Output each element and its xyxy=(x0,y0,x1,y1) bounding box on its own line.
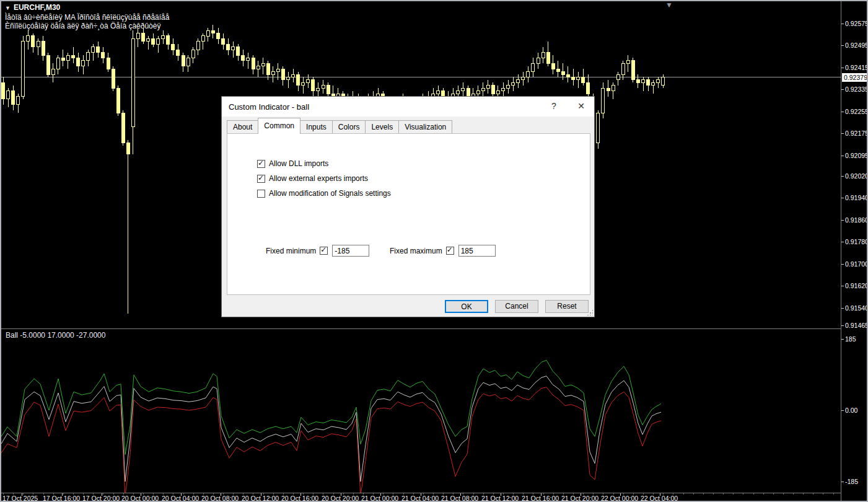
bull-candle xyxy=(7,91,10,99)
price-tick-label: 0.92255 xyxy=(845,108,868,115)
time-minor-tick xyxy=(733,493,734,495)
bull-candle xyxy=(51,69,55,74)
bull-candle xyxy=(486,86,489,88)
close-icon[interactable]: ✕ xyxy=(572,101,590,113)
bull-candle xyxy=(496,91,499,94)
bear-candle xyxy=(561,72,564,74)
bear-candle xyxy=(107,58,110,69)
bull-candle xyxy=(642,80,645,82)
bull-candle xyxy=(541,53,545,58)
checkbox-2[interactable] xyxy=(257,175,265,183)
checkbox-label: Allow DLL imports xyxy=(269,159,328,168)
tab-visualization[interactable]: Visualization xyxy=(398,120,452,134)
bull-candle xyxy=(136,33,139,39)
time-tick-label: 20 Oct 00:00 xyxy=(121,495,159,502)
price-tick-label: 0.91620 xyxy=(845,282,868,289)
cancel-button[interactable]: Cancel xyxy=(495,300,538,313)
fixed-field-label: Fixed minimum xyxy=(266,247,316,255)
fixed-field-checkbox[interactable] xyxy=(320,247,328,255)
bull-candle xyxy=(621,63,625,74)
fixed-field-input[interactable] xyxy=(458,245,496,257)
chevron-down-icon: ▼ xyxy=(5,5,11,11)
middle-white-line xyxy=(1,376,661,482)
bull-candle xyxy=(317,88,320,90)
tab-inputs[interactable]: Inputs xyxy=(300,120,333,134)
price-tick-mark xyxy=(841,112,844,112)
dialog-title: Custom Indicator - ball xyxy=(229,102,309,112)
ok-button[interactable]: OK xyxy=(445,300,488,313)
bear-candle xyxy=(227,44,230,50)
time-tick-label: 20 Oct 12:00 xyxy=(242,495,279,502)
bull-candle xyxy=(87,53,90,61)
time-tick-label: 20 Oct 20:00 xyxy=(322,495,359,502)
time-tick-label: 21 Oct 08:00 xyxy=(441,495,478,502)
checkbox-row: Allow DLL imports xyxy=(257,159,328,168)
lower-red-line xyxy=(1,387,661,493)
price-axis[interactable]: 0.92379 0.925750.924950.924150.923350.92… xyxy=(841,1,868,502)
time-minor-tick xyxy=(713,493,714,495)
bear-candle xyxy=(266,63,270,74)
bull-candle xyxy=(162,36,165,38)
price-tick-mark xyxy=(841,68,844,68)
checkbox-1[interactable] xyxy=(257,160,265,168)
price-tick-mark xyxy=(841,133,844,134)
price-tick-mark xyxy=(841,308,844,309)
time-minor-tick xyxy=(793,493,794,495)
bull-candle xyxy=(481,88,484,90)
indicator-tick-label: 0.00 xyxy=(845,407,857,414)
bull-candle xyxy=(271,72,274,74)
fixed-field-checkbox[interactable] xyxy=(446,247,454,255)
indicator-subwindow[interactable]: Ball -5.0000 17.0000 -27.0000 xyxy=(1,330,841,493)
tab-levels[interactable]: Levels xyxy=(365,120,399,134)
price-tick-label: 0.91700 xyxy=(845,260,868,268)
bear-candle xyxy=(546,53,550,64)
bear-candle xyxy=(217,33,220,39)
bull-candle xyxy=(256,66,260,69)
time-tick-label: 21 Oct 12:00 xyxy=(481,495,519,502)
bear-candle xyxy=(77,58,80,66)
time-tick-label: 20 Oct 08:00 xyxy=(201,495,239,502)
bull-candle xyxy=(612,86,615,91)
bear-candle xyxy=(182,55,185,66)
bull-candle xyxy=(292,74,295,77)
reset-button[interactable]: Reset xyxy=(545,300,589,313)
tab-colors[interactable]: Colors xyxy=(332,120,366,134)
bull-candle xyxy=(82,61,85,66)
chart-shift-marker-icon: ▼ xyxy=(665,1,673,9)
fixed-field-row: Fixed maximum xyxy=(390,245,496,257)
bull-candle xyxy=(201,36,204,42)
bear-candle xyxy=(142,33,145,42)
bear-candle xyxy=(167,36,170,44)
bull-candle xyxy=(276,69,279,71)
current-price-tag: 0.92379 xyxy=(842,73,868,82)
bull-candle xyxy=(602,88,605,113)
help-icon[interactable]: ? xyxy=(546,101,562,113)
symbol-label: ▼EURCHF,M30 xyxy=(5,3,60,12)
time-axis[interactable]: 17 Oct 202517 Oct 16:0017 Oct 20:0020 Oc… xyxy=(1,493,841,502)
bull-candle xyxy=(191,50,195,58)
price-tick-mark xyxy=(841,198,844,198)
bull-candle xyxy=(247,58,250,60)
bull-candle xyxy=(27,36,30,42)
bear-candle xyxy=(607,88,610,90)
bear-candle xyxy=(647,80,650,86)
bear-candle xyxy=(327,86,330,94)
tab-common[interactable]: Common xyxy=(258,118,300,134)
checkbox-3[interactable] xyxy=(257,190,265,198)
bull-candle xyxy=(92,47,95,53)
tab-about[interactable]: About xyxy=(227,120,258,134)
bull-candle xyxy=(302,82,305,85)
time-tick-label: 17 Oct 2025 xyxy=(2,495,38,502)
time-minor-tick xyxy=(753,493,754,495)
time-minor-tick xyxy=(743,493,743,495)
indicator-tick-mark xyxy=(841,482,844,482)
bear-candle xyxy=(177,50,180,55)
checkbox-label: Allow modification of Signals settings xyxy=(269,189,391,198)
indicator-tick-label: 185 xyxy=(845,335,856,343)
bear-candle xyxy=(491,86,494,94)
bear-candle xyxy=(252,58,255,69)
fixed-field-input[interactable] xyxy=(332,245,369,257)
window-separator[interactable] xyxy=(1,328,868,329)
time-tick-label: 21 Oct 20:00 xyxy=(561,495,598,502)
dialog-title-bar[interactable]: Custom Indicator - ball ? ✕ xyxy=(222,97,594,117)
